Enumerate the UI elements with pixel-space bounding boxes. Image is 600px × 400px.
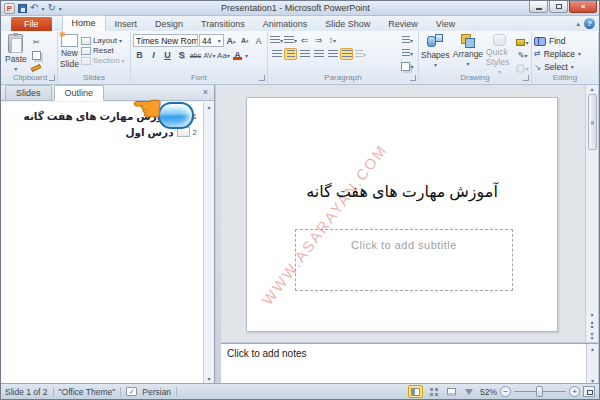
zoom-out-button[interactable]: − (500, 386, 511, 397)
layout-button[interactable]: Layout▾ (81, 36, 125, 45)
minimize-button[interactable] (529, 1, 548, 13)
paste-button[interactable]: Paste ▾ (5, 34, 27, 74)
shape-fill-button[interactable]: ▾ (516, 36, 529, 48)
outline-view[interactable]: 1 آموزش مهارت های هفت گانه 2 درس اول (1, 102, 203, 383)
notes-pane[interactable]: Click to add notes ▴ ▾ (221, 343, 598, 385)
rtl-direction-button[interactable] (340, 48, 353, 60)
shapes-button[interactable]: Shapes ▾ (421, 34, 450, 75)
next-slide-button[interactable]: ▼▼ (590, 330, 595, 342)
outline-item-text[interactable]: درس اول (125, 126, 173, 138)
zoom-slider-thumb[interactable] (536, 386, 543, 397)
section-button[interactable]: Section▾ (81, 56, 125, 65)
numbering-button[interactable]: ▾ (284, 34, 297, 46)
slide-canvas[interactable]: WWW.ASARAYAN.COM آموزش مهارت های هفت گان… (246, 97, 558, 332)
align-center-button[interactable] (284, 48, 297, 60)
undo-icon[interactable]: ↶ (30, 3, 38, 13)
align-text-button[interactable]: ▾ (401, 47, 414, 59)
align-right-button[interactable] (298, 48, 311, 60)
outline-item[interactable]: 1 آموزش مهارت های هفت گانه (5, 108, 199, 124)
notes-placeholder[interactable]: Click to add notes (227, 348, 307, 359)
outline-item-text[interactable]: آموزش مهارت های هفت گانه (24, 110, 174, 122)
bold-button[interactable]: B (133, 49, 146, 61)
font-family-combobox[interactable]: Times New Roman▾ (133, 34, 198, 47)
previous-slide-button[interactable]: ▲▲ (590, 318, 595, 330)
scroll-down-icon[interactable]: ▾ (590, 311, 593, 318)
font-color-button[interactable]: A (231, 49, 244, 61)
shape-outline-button[interactable]: ✎▾ (516, 49, 529, 61)
notes-scrollbar[interactable]: ▴ ▾ (586, 344, 598, 385)
ltr-direction-button[interactable] (326, 48, 339, 60)
minimize-ribbon-icon[interactable]: ▴ (576, 20, 580, 28)
decrease-indent-button[interactable]: ⇐ (298, 34, 311, 46)
replace-button[interactable]: ⇄Replace▾ (534, 47, 596, 60)
find-button[interactable]: Find (534, 34, 596, 47)
undo-dropdown-icon[interactable]: ▾ (41, 5, 44, 12)
strikethrough-button[interactable]: abc (189, 49, 202, 61)
tab-file[interactable]: File (11, 17, 52, 31)
powerpoint-app-icon[interactable]: P (4, 3, 15, 14)
scroll-up-icon[interactable]: ▴ (590, 85, 593, 92)
tab-transitions[interactable]: Transitions (192, 17, 254, 31)
paste-dropdown-icon[interactable]: ▾ (14, 65, 17, 72)
italic-button[interactable]: I (147, 49, 160, 61)
scroll-down-icon[interactable]: ▾ (207, 375, 210, 382)
new-slide-button[interactable]: New Slide (60, 34, 79, 69)
increase-indent-button[interactable]: ⇒ (312, 34, 325, 46)
zoom-slider[interactable] (514, 391, 566, 392)
scroll-up-icon[interactable]: ▴ (207, 103, 210, 110)
spell-check-icon[interactable]: ✓ (126, 387, 137, 396)
font-size-combobox[interactable]: 44▾ (199, 34, 224, 47)
arrange-button[interactable]: Arrange ▾ (453, 34, 483, 75)
line-spacing-button[interactable]: ↕▾ (326, 34, 339, 46)
outline-item[interactable]: 2 درس اول (5, 124, 199, 140)
fit-to-window-button[interactable] (583, 386, 595, 397)
tab-outline-pane[interactable]: Outline (54, 85, 105, 101)
align-left-button[interactable] (270, 48, 283, 60)
text-shadow-button[interactable]: S (175, 49, 188, 61)
slide-vertical-scrollbar[interactable]: ▴ ▾ ▲▲ ▼▼ (585, 85, 598, 342)
reading-view-button[interactable] (444, 385, 459, 398)
tab-slide-show[interactable]: Slide Show (316, 17, 379, 31)
change-case-button[interactable]: Aa▾ (217, 49, 230, 61)
scroll-up-icon[interactable]: ▴ (591, 345, 594, 352)
slide-sorter-view-button[interactable] (426, 385, 441, 398)
slide-counter[interactable]: Slide 1 of 2 (5, 387, 48, 397)
tab-view[interactable]: View (427, 17, 464, 31)
zoom-in-button[interactable]: + (569, 386, 580, 397)
panel-close-icon[interactable]: × (203, 87, 208, 97)
normal-view-button[interactable] (408, 385, 423, 398)
slide-show-button[interactable] (462, 385, 477, 398)
outline-scrollbar[interactable]: ▴ ▾ (203, 102, 214, 383)
character-spacing-button[interactable]: AV▾ (203, 49, 216, 61)
tab-design[interactable]: Design (146, 17, 192, 31)
font-color-dropdown-icon[interactable]: ▾ (245, 52, 248, 59)
text-direction-button[interactable]: ▾ (401, 34, 414, 46)
grow-font-button[interactable]: A▴ (225, 35, 238, 47)
theme-name[interactable]: "Office Theme" (59, 387, 116, 397)
copy-button[interactable] (30, 49, 43, 61)
clipboard-dialog-launcher-icon[interactable] (49, 75, 55, 81)
zoom-level[interactable]: 52% (480, 387, 497, 397)
reset-button[interactable]: Reset (81, 46, 125, 55)
tab-slides-pane[interactable]: Slides (5, 85, 52, 100)
convert-smartart-button[interactable]: ▾ (401, 60, 414, 72)
subtitle-placeholder[interactable]: Click to add subtitle (295, 229, 513, 291)
select-button[interactable]: ↘Select▾ (534, 60, 596, 73)
slide-title[interactable]: آموزش مهارت های هفت گانه (247, 182, 557, 201)
tab-review[interactable]: Review (379, 17, 427, 31)
cut-button[interactable]: ✂ (30, 36, 43, 48)
quick-styles-button[interactable]: Quick Styles ▾ (486, 34, 513, 75)
tab-animations[interactable]: Animations (254, 17, 317, 31)
paragraph-dialog-launcher-icon[interactable] (410, 75, 416, 81)
justify-button[interactable] (312, 48, 325, 60)
maximize-button[interactable] (549, 1, 568, 13)
shrink-font-button[interactable]: A▾ (238, 35, 251, 47)
help-icon[interactable]: ? (584, 18, 595, 29)
font-size-dropdown-icon[interactable]: ▾ (218, 37, 221, 44)
columns-button[interactable]: ▾ (354, 48, 367, 60)
redo-icon[interactable]: ↻ (47, 3, 55, 13)
close-button[interactable]: × (569, 1, 597, 13)
font-dialog-launcher-icon[interactable] (259, 75, 265, 81)
scrollbar-thumb[interactable] (588, 94, 597, 150)
tab-home[interactable]: Home (62, 15, 106, 31)
